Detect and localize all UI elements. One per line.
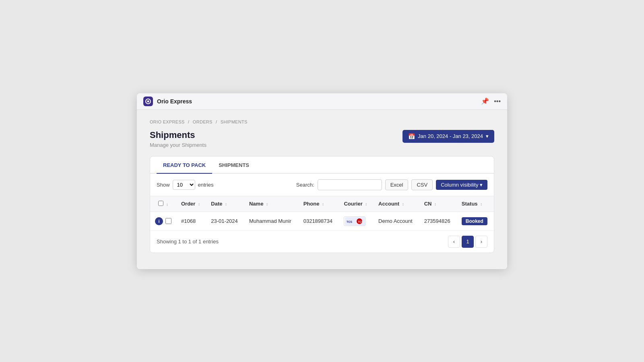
sort-icon-phone[interactable]: ↕ [322, 202, 324, 206]
sort-icon-cn[interactable]: ↕ [434, 202, 436, 206]
date-range-label: Jan 20, 2024 - Jan 23, 2024 [418, 133, 483, 139]
title-bar-right: 📌 ••• [481, 97, 501, 105]
search-input[interactable] [318, 179, 382, 190]
cell-account: Demo Account [374, 212, 419, 230]
status-badge: Booked [462, 217, 487, 225]
table-controls: Show 10 25 50 100 entries Search: Excel … [150, 174, 494, 196]
page-1-button[interactable]: 1 [462, 236, 474, 248]
courier-logo: TCS TCS [344, 216, 369, 226]
breadcrumb-sep-2: / [216, 119, 217, 124]
cell-cn: 273594826 [419, 212, 457, 230]
search-area: Search: Excel CSV Column visibility ▾ [296, 179, 487, 190]
page-title: Shipments [150, 130, 206, 140]
breadcrumb: ORIO EXPRESS / ORDERS / SHIPMENTS [150, 119, 494, 124]
search-label: Search: [296, 182, 314, 188]
courier-image: TCS TCS [344, 216, 365, 226]
th-order: Order ↕ [176, 196, 206, 212]
cell-order: #1068 [176, 212, 206, 230]
sort-icon-checkbox: ↕ [166, 202, 168, 207]
next-page-button[interactable]: › [475, 236, 487, 248]
th-status: Status ↕ [457, 196, 494, 212]
prev-page-button[interactable]: ‹ [448, 236, 460, 248]
showing-text: Showing 1 to 1 of 1 entries [157, 239, 219, 245]
sort-icon-status[interactable]: ↕ [480, 202, 482, 206]
sort-icon-account[interactable]: ↕ [402, 202, 404, 206]
page-header: Shipments Manage your Shipments 📅 Jan 20… [150, 130, 494, 148]
table-footer: Showing 1 to 1 of 1 entries ‹ 1 › [150, 231, 494, 253]
pagination: ‹ 1 › [448, 236, 487, 248]
sort-icon-order[interactable]: ↕ [198, 202, 200, 206]
column-visibility-button[interactable]: Column visibility ▾ [436, 180, 487, 190]
content-area: ORIO EXPRESS / ORDERS / SHIPMENTS Shipme… [137, 110, 507, 269]
select-all-checkbox[interactable] [158, 201, 163, 206]
entries-select[interactable]: 10 25 50 100 [173, 180, 195, 190]
breadcrumb-item-3[interactable]: SHIPMENTS [221, 119, 248, 124]
info-button[interactable]: i [155, 217, 163, 225]
pin-icon[interactable]: 📌 [481, 97, 489, 105]
main-card: READY TO PACK SHIPMENTS Show 10 25 50 10… [150, 156, 494, 253]
sort-icon-courier[interactable]: ↕ [365, 202, 367, 206]
row-checkbox[interactable] [165, 218, 171, 224]
th-phone: Phone ↕ [299, 196, 339, 212]
th-cn: CN ↕ [419, 196, 457, 212]
tabs-container: READY TO PACK SHIPMENTS [150, 156, 494, 174]
tab-ready-to-pack[interactable]: READY TO PACK [157, 156, 212, 174]
th-account: Account ↕ [374, 196, 419, 212]
page-title-section: Shipments Manage your Shipments [150, 130, 206, 148]
date-range-button[interactable]: 📅 Jan 20, 2024 - Jan 23, 2024 ▾ [402, 130, 494, 143]
show-entries: Show 10 25 50 100 entries [157, 180, 214, 190]
date-dropdown-icon: ▾ [486, 133, 489, 139]
csv-button[interactable]: CSV [411, 179, 433, 190]
row-actions: i [155, 217, 171, 225]
calendar-icon: 📅 [408, 133, 415, 140]
table-body: i #1068 23-01-2024 Muhammad Munir 032189… [150, 212, 494, 230]
entries-label: entries [198, 182, 214, 188]
title-bar-left: Orio Express [143, 97, 192, 106]
page-subtitle: Manage your Shipments [150, 142, 206, 148]
svg-text:TCS: TCS [358, 220, 363, 223]
cell-status: Booked [457, 212, 494, 230]
excel-button[interactable]: Excel [385, 179, 409, 190]
show-label: Show [157, 182, 170, 188]
breadcrumb-item-2[interactable]: ORDERS [193, 119, 213, 124]
app-icon [143, 97, 153, 106]
shipments-table: ↕ Order ↕ Date ↕ Name ↕ Phone ↕ Courier … [150, 196, 494, 231]
tab-shipments[interactable]: SHIPMENTS [212, 156, 256, 174]
th-name: Name ↕ [244, 196, 299, 212]
svg-text:TCS: TCS [347, 220, 352, 223]
breadcrumb-sep-1: / [188, 119, 189, 124]
sort-icon-name[interactable]: ↕ [266, 202, 268, 206]
cell-name: Muhammad Munir [244, 212, 299, 230]
table-row: i #1068 23-01-2024 Muhammad Munir 032189… [150, 212, 494, 230]
th-checkbox: ↕ [150, 196, 176, 212]
th-date: Date ↕ [206, 196, 244, 212]
more-icon[interactable]: ••• [494, 98, 501, 105]
cell-phone: 0321898734 [299, 212, 339, 230]
row-actions-cell: i [150, 212, 176, 230]
sort-icon-date[interactable]: ↕ [225, 202, 227, 206]
cell-date: 23-01-2024 [206, 212, 244, 230]
svg-point-1 [147, 100, 149, 102]
app-title: Orio Express [157, 98, 192, 105]
table-header: ↕ Order ↕ Date ↕ Name ↕ Phone ↕ Courier … [150, 196, 494, 212]
breadcrumb-item-1[interactable]: ORIO EXPRESS [150, 119, 185, 124]
title-bar: Orio Express 📌 ••• [137, 93, 507, 110]
th-courier: Courier ↕ [339, 196, 374, 212]
cell-courier: TCS TCS [339, 212, 374, 230]
